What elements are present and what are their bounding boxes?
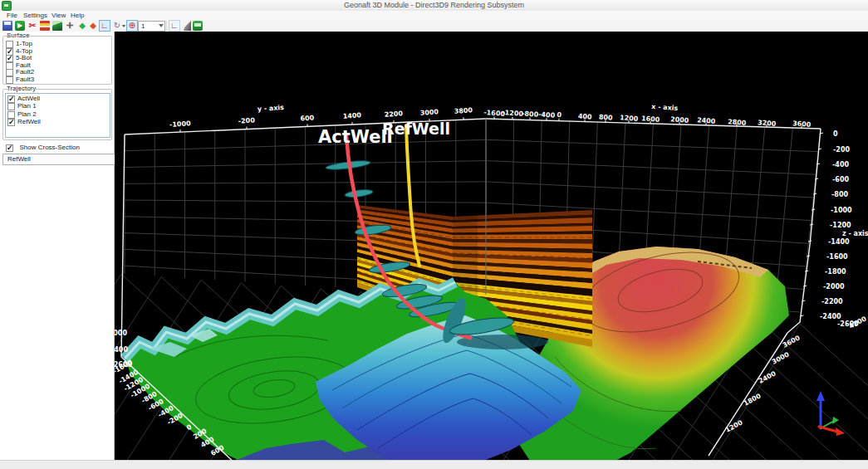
axis-tick-label: -200	[238, 116, 256, 125]
axis-tick-label: -1600	[826, 253, 848, 261]
run-export-icon[interactable]: ▶	[15, 21, 25, 31]
axis-tick-label: -2200	[821, 298, 843, 305]
axis-tick-label: 2200	[384, 110, 403, 119]
axis-box-icon[interactable]: ∟	[169, 20, 180, 32]
trajectory-item-row[interactable]: ActWell	[7, 95, 40, 102]
refwell-label: RefWell	[382, 120, 450, 138]
axis-tick-label: -1000	[169, 120, 192, 129]
surface-item-checkbox[interactable]	[6, 76, 13, 84]
axis-tick-label: 3200	[758, 119, 777, 128]
trajectory-item-label: RefWell	[17, 118, 41, 125]
surface-item-label: Fault3	[16, 76, 34, 83]
axis-tick-label: 0	[557, 111, 562, 119]
axis-tick-label: 2400	[697, 116, 716, 125]
axis-tick-label: -1800	[825, 268, 846, 276]
z-axis-title: z - axis	[842, 230, 868, 237]
target-view-icon[interactable]: ⊕	[126, 20, 138, 32]
show-cross-section-row[interactable]: Show Cross-Section	[6, 144, 80, 151]
axis-tick-label: 0	[833, 130, 838, 138]
axis-tick-label: -800	[831, 191, 848, 198]
show-cross-section-label: Show Cross-Section	[19, 144, 79, 151]
window-title: Geonaft 3D Module - Direct3D9 Rendering …	[0, 1, 868, 9]
snapshot-3d-icon[interactable]	[193, 21, 203, 31]
save-icon[interactable]	[2, 21, 12, 31]
pan-move-icon[interactable]: ✛	[65, 21, 75, 31]
menu-view[interactable]: View	[51, 12, 66, 19]
axis-tick-label: 3800	[454, 106, 473, 115]
view-number-select[interactable]: 1	[138, 21, 165, 32]
cut-section-icon[interactable]: ✂	[27, 21, 37, 31]
status-bar	[0, 460, 868, 469]
axis-tick-label: 3000	[419, 108, 439, 117]
axis-orientation-icon[interactable]: ∟	[99, 20, 110, 32]
axis-tick-label: 1400	[342, 111, 361, 120]
rotate-dropdown-arrow-icon[interactable]	[122, 25, 125, 27]
axis-tick-label: 3600	[792, 120, 812, 129]
axis-tick-label: -400	[538, 110, 556, 119]
axis-tick-label: -800	[522, 110, 539, 118]
trajectory-item-row[interactable]: Plan 1	[7, 103, 37, 110]
axis-tick-label: -2400	[820, 313, 841, 320]
axis-tick-label: 2800	[728, 118, 747, 127]
gradient-ramp-icon[interactable]	[181, 21, 191, 31]
trajectory-item-label: Plan 1	[17, 102, 37, 110]
toolbar-separator	[166, 21, 167, 31]
menu-bar: File Settings View Help	[0, 11, 868, 20]
axis-tick-label: -1400	[828, 238, 850, 246]
trajectory-item-label: ActWell	[17, 95, 40, 102]
trajectory-item-label: Plan 2	[17, 110, 37, 118]
axis-tick-label: 400	[578, 112, 593, 120]
axis-tick-label: -400	[832, 161, 849, 169]
axis-tick-label: -2600	[115, 361, 132, 369]
title-bar[interactable]: Geonaft 3D Module - Direct3D9 Rendering …	[0, 0, 868, 12]
view-number-value: 1	[141, 22, 145, 30]
rotate-view-icon[interactable]: ↻	[112, 21, 122, 31]
axis-tick-label: 1200	[620, 114, 639, 123]
trajectory-item-row[interactable]: Plan 2	[7, 111, 37, 118]
axis-tick-label: 600	[300, 114, 315, 122]
axis-tick-label: 1600	[641, 115, 660, 124]
3d-viewport[interactable]: -1000-2006001400220030003800y - axis-160…	[115, 32, 868, 460]
axis-tick-label: -1000	[831, 207, 852, 214]
trajectory-item-checkbox[interactable]	[7, 119, 15, 126]
surface-item-row[interactable]: Fault3	[6, 76, 34, 83]
combo-arrow-icon	[159, 24, 164, 27]
axis-tick-label: -2000	[823, 283, 845, 291]
trajectory-item-checkbox[interactable]	[7, 103, 15, 110]
axis-tick-label: -200	[833, 146, 850, 154]
axis-tick-label: -1200	[830, 222, 851, 229]
trajectory-item-checkbox[interactable]	[7, 95, 15, 103]
selected-well-box[interactable]: RefWell	[2, 154, 117, 165]
horizon-orange-icon[interactable]: ◆	[88, 21, 98, 31]
horizon-green-icon[interactable]: ◆	[77, 21, 87, 31]
application-window: Geonaft 3D Module - Direct3D9 Rendering …	[0, 0, 868, 469]
menu-help[interactable]: Help	[71, 12, 84, 19]
axis-tick-label: -2000	[115, 330, 127, 337]
axis-tick-label: -1200	[502, 109, 524, 118]
trajectory-item-row[interactable]: RefWell	[7, 119, 41, 125]
axis-tick-label: -2400	[115, 346, 128, 354]
menu-file[interactable]: File	[7, 12, 17, 19]
toolbar: ▶ ✂ ✛ ◆ ◆ ∟ ↻ ⊕ 1 ∟	[0, 20, 868, 32]
surface-map-icon[interactable]	[52, 21, 62, 31]
menu-settings[interactable]: Settings	[23, 12, 47, 19]
axis-tick-label: 800	[599, 113, 614, 121]
axis-tick-label: 2000	[670, 115, 689, 125]
layers-icon[interactable]	[40, 21, 50, 31]
sidebar: Surface 1-Top4-Top5-BotFaultFault2Fault3…	[0, 32, 115, 460]
axis-tick-label: -600	[832, 176, 849, 183]
show-cross-section-checkbox[interactable]	[6, 144, 13, 152]
